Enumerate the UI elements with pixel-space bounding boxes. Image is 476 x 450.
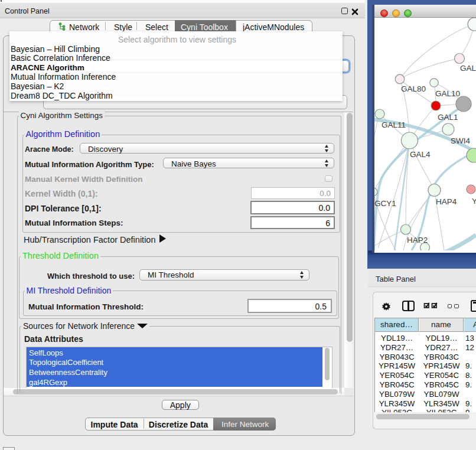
svg-text:GAL: GAL — [460, 64, 476, 73]
svg-text:HAP4: HAP4 — [436, 197, 457, 206]
svg-text:SWI4: SWI4 — [451, 136, 470, 145]
svg-text:GCY1: GCY1 — [374, 199, 396, 208]
svg-text:GAL10: GAL10 — [435, 89, 460, 98]
svg-text:GAL80: GAL80 — [401, 84, 426, 93]
svg-text:GAL11: GAL11 — [382, 120, 406, 129]
svg-text:GAL1: GAL1 — [438, 113, 458, 122]
svg-text:GAL4: GAL4 — [410, 150, 431, 159]
svg-text:Y: Y — [472, 197, 476, 206]
svg-text:HAP2: HAP2 — [407, 236, 428, 244]
